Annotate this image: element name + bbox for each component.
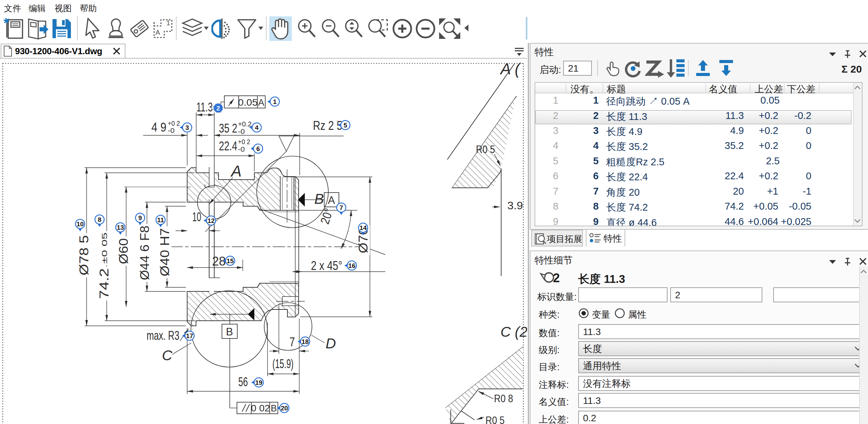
svg-text:11.3: 11.3 bbox=[196, 100, 213, 114]
svg-text:3.9: 3.9 bbox=[507, 200, 523, 212]
svg-text:15: 15 bbox=[226, 257, 234, 264]
svg-text:B: B bbox=[226, 326, 233, 338]
svg-text:0 02: 0 02 bbox=[251, 403, 270, 413]
svg-text:11: 11 bbox=[157, 216, 164, 224]
svg-text:C (2: C (2 bbox=[500, 324, 527, 340]
svg-text:10: 10 bbox=[76, 221, 84, 228]
svg-text:C: C bbox=[162, 347, 173, 363]
svg-text:B: B bbox=[314, 191, 324, 207]
svg-text:6: 6 bbox=[256, 145, 260, 152]
svg-text:74.2: 74.2 bbox=[97, 268, 111, 299]
svg-text:1: 1 bbox=[166, 19, 170, 27]
svg-text:56: 56 bbox=[238, 375, 248, 389]
svg-text:20: 20 bbox=[281, 405, 288, 412]
svg-text:Ø44 6 F8: Ø44 6 F8 bbox=[138, 226, 152, 280]
svg-text:Ø78 5: Ø78 5 bbox=[77, 235, 91, 275]
svg-text:3: 3 bbox=[185, 124, 189, 131]
svg-text:-0: -0 bbox=[238, 128, 245, 135]
svg-text:12: 12 bbox=[207, 217, 214, 224]
svg-text:-0: -0 bbox=[168, 127, 175, 134]
svg-text:2: 2 bbox=[216, 105, 220, 112]
svg-text:14: 14 bbox=[359, 224, 367, 231]
svg-text:+0.2: +0.2 bbox=[238, 120, 252, 128]
svg-text:R0 8: R0 8 bbox=[494, 393, 513, 405]
svg-text:B: B bbox=[271, 403, 277, 413]
svg-text:Ø60: Ø60 bbox=[117, 238, 131, 264]
svg-text:+0 2: +0 2 bbox=[238, 138, 250, 146]
svg-text:2 x 45°: 2 x 45° bbox=[311, 259, 342, 273]
svg-text:0.05: 0.05 bbox=[238, 97, 258, 108]
svg-text:35 2: 35 2 bbox=[219, 121, 237, 135]
svg-text:Rz 2 5: Rz 2 5 bbox=[313, 119, 342, 133]
svg-text:Ø40 H7: Ø40 H7 bbox=[158, 228, 172, 276]
svg-text:22.4: 22.4 bbox=[219, 139, 237, 153]
svg-text:10: 10 bbox=[192, 210, 201, 224]
svg-text:7: 7 bbox=[340, 204, 343, 211]
svg-text:R0 5: R0 5 bbox=[485, 414, 505, 424]
svg-text:A: A bbox=[258, 97, 264, 108]
svg-text:13: 13 bbox=[117, 224, 124, 231]
svg-text:±0 05: ±0 05 bbox=[100, 232, 109, 264]
svg-text:(15.9): (15.9) bbox=[272, 357, 294, 371]
svg-text:8: 8 bbox=[98, 216, 102, 223]
svg-text:4 9: 4 9 bbox=[151, 120, 166, 134]
svg-text:4: 4 bbox=[255, 124, 259, 131]
svg-text:max. R3: max. R3 bbox=[147, 329, 179, 343]
svg-text:+0 2: +0 2 bbox=[168, 120, 180, 127]
svg-text:R0 5: R0 5 bbox=[476, 143, 495, 155]
svg-text:20°: 20° bbox=[318, 207, 336, 226]
svg-text:5: 5 bbox=[344, 122, 347, 129]
svg-text:9: 9 bbox=[138, 214, 142, 222]
svg-text:A (: A ( bbox=[499, 60, 522, 78]
svg-text:A: A bbox=[328, 194, 335, 206]
svg-text:16: 16 bbox=[348, 262, 355, 269]
svg-text:-0: -0 bbox=[238, 146, 245, 153]
svg-text:A: A bbox=[155, 29, 160, 36]
svg-text:17: 17 bbox=[186, 332, 193, 339]
svg-text:A: A bbox=[230, 162, 242, 180]
svg-text:7: 7 bbox=[289, 335, 295, 349]
svg-text:19: 19 bbox=[255, 379, 262, 386]
svg-text:1: 1 bbox=[273, 98, 277, 105]
svg-text:18: 18 bbox=[301, 338, 309, 345]
svg-text:D: D bbox=[326, 335, 336, 351]
